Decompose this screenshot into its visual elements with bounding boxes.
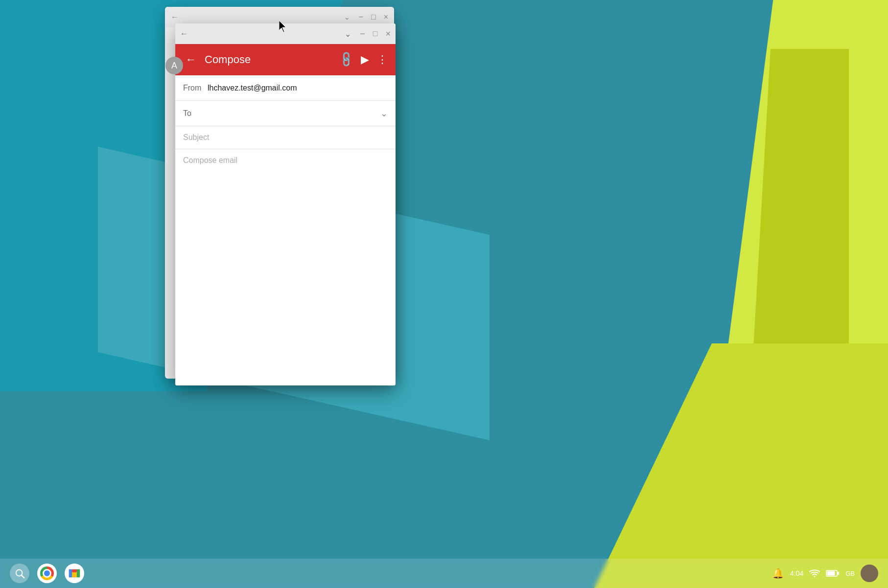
from-label: From xyxy=(183,84,208,92)
svg-point-7 xyxy=(814,576,816,577)
taskbar-gmail-button[interactable] xyxy=(65,564,84,583)
avatar: A xyxy=(165,57,183,74)
taskbar-left xyxy=(10,564,84,583)
desktop-background xyxy=(0,0,888,588)
titlebar-dropdown-icon[interactable]: ⌄ xyxy=(345,29,351,39)
to-label: To xyxy=(183,109,208,118)
taskbar-avatar[interactable] xyxy=(861,565,878,582)
email-body-area[interactable] xyxy=(175,149,396,385)
notification-icon: 🔔 xyxy=(772,567,784,579)
to-input[interactable] xyxy=(208,109,380,118)
bg-shape-6 xyxy=(594,343,888,588)
to-dropdown-icon[interactable]: ⌄ xyxy=(380,108,388,119)
taskbar-right: 🔔 4:04 GB xyxy=(772,565,878,582)
gmail-titlebar: ← ⌄ − □ × xyxy=(175,23,396,44)
more-options-button[interactable]: ⋮ xyxy=(377,53,388,66)
taskbar: 🔔 4:04 GB xyxy=(0,559,888,588)
send-button[interactable]: ▶ xyxy=(361,53,369,66)
battery-icon xyxy=(826,569,840,578)
compose-back-button[interactable]: ← xyxy=(183,53,199,66)
taskbar-chrome-button[interactable] xyxy=(37,564,57,583)
browser-minimize-icon[interactable]: − xyxy=(359,13,363,22)
titlebar-maximize-btn[interactable]: □ xyxy=(373,29,378,38)
taskbar-search-button[interactable] xyxy=(10,564,29,583)
titlebar-close-btn[interactable]: × xyxy=(385,29,391,39)
subject-field-row[interactable] xyxy=(175,126,396,149)
browser-maximize-icon[interactable]: □ xyxy=(371,13,376,22)
gb-label: GB xyxy=(845,570,855,577)
svg-line-2 xyxy=(22,575,24,578)
browser-close-icon[interactable]: × xyxy=(384,13,388,22)
compose-header: ← Compose 🔗 ▶ ⋮ xyxy=(175,44,396,75)
titlebar-minimize-btn[interactable]: − xyxy=(360,29,365,39)
from-field-row: From lhchavez.test@gmail.com xyxy=(175,75,396,101)
browser-dropdown-icon[interactable]: ⌄ xyxy=(344,13,350,21)
titlebar-back-icon[interactable]: ← xyxy=(180,29,188,38)
svg-rect-5 xyxy=(77,569,80,577)
chrome-icon xyxy=(40,566,54,580)
compose-header-actions: 🔗 ▶ ⋮ xyxy=(340,53,388,66)
svg-rect-4 xyxy=(69,569,72,577)
attachment-button[interactable]: 🔗 xyxy=(337,50,355,68)
browser-back-icon[interactable]: ← xyxy=(171,13,179,22)
svg-rect-10 xyxy=(837,572,839,575)
compose-body: From lhchavez.test@gmail.com To ⌄ xyxy=(175,75,396,385)
email-body-textarea[interactable] xyxy=(183,156,388,379)
taskbar-time: 4:04 xyxy=(790,569,803,577)
gmail-window: ← ⌄ − □ × ← Compose 🔗 ▶ ⋮ From lhchavez.… xyxy=(175,23,396,385)
svg-rect-6 xyxy=(72,572,77,577)
from-value: lhchavez.test@gmail.com xyxy=(208,84,388,92)
svg-rect-9 xyxy=(827,571,835,576)
wifi-icon xyxy=(809,568,820,579)
subject-input[interactable] xyxy=(183,133,388,142)
compose-title: Compose xyxy=(205,53,334,66)
to-field-row[interactable]: To ⌄ xyxy=(175,101,396,126)
